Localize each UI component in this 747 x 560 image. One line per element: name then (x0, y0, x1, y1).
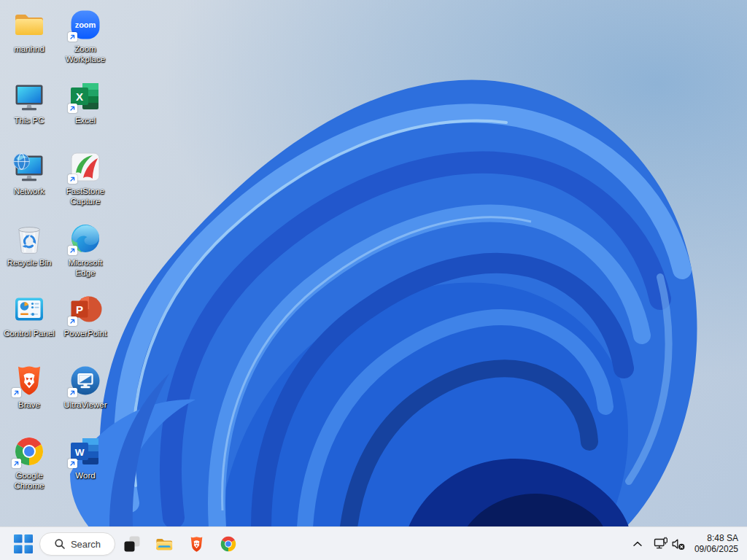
desktop-icon-label: Microsoft Edge (69, 258, 103, 278)
volume-muted-icon (671, 537, 686, 551)
folder-icon (12, 7, 47, 42)
desktop-icon-label: Google Chrome (15, 471, 44, 491)
desktop-icon-manhnd[interactable]: manhnd (1, 7, 58, 77)
shortcut-arrow-icon (68, 174, 77, 184)
svg-text:X: X (76, 90, 83, 103)
tray-network-button[interactable] (652, 534, 670, 554)
brave-taskbar-icon (187, 535, 206, 553)
svg-text:P: P (76, 303, 83, 316)
shortcut-arrow-icon (68, 316, 77, 326)
desktop-icon-label: Zoom Workplace (66, 44, 105, 64)
faststone-icon (68, 149, 103, 184)
file-explorer-button[interactable] (154, 534, 174, 554)
shortcut-arrow-icon (12, 459, 21, 468)
network-icon (12, 149, 47, 184)
desktop-icon-label: Excel (75, 116, 96, 126)
word-icon: W (68, 434, 103, 469)
powerpoint-icon: P (68, 292, 103, 327)
desktop-icon-word[interactable]: W Word (57, 434, 114, 504)
desktop-icon-ultraviewer[interactable]: UltraViewer (57, 363, 114, 433)
search-label: Search (71, 539, 101, 550)
desktop-icon-label: Brave (18, 400, 40, 411)
excel-icon: X (68, 79, 103, 114)
taskbar-search[interactable]: Search (39, 532, 115, 556)
file-explorer-icon (155, 534, 174, 554)
desktop-icon-control-panel[interactable]: Control Panel (1, 292, 58, 362)
network-ethernet-icon (654, 537, 668, 551)
desktop-icon-label: This PC (15, 116, 44, 126)
start-button[interactable] (13, 534, 34, 554)
task-view-button[interactable] (122, 534, 142, 554)
tray-time: 8:48 SA (694, 533, 738, 544)
tray-clock[interactable]: 8:48 SA 09/06/2025 (687, 533, 738, 554)
recycle-bin-icon (12, 221, 47, 256)
desktop-icon-label: Network (14, 187, 44, 197)
shortcut-arrow-icon (68, 246, 77, 255)
desktop-icon-recycle-bin[interactable]: Recycle Bin (1, 221, 58, 291)
task-view-icon (123, 534, 142, 553)
desktop-icon-label: FastStone Capture (66, 187, 104, 206)
desktop-icon-label: PowerPoint (64, 329, 107, 339)
chrome-taskbar-icon (219, 534, 238, 553)
tray-chevron-button[interactable] (629, 534, 646, 554)
desktop-icon-zoom-workplace[interactable]: zoom Zoom Workplace (57, 7, 114, 77)
desktop-icon-label: Word (75, 471, 95, 481)
desktop-icon-google-chrome[interactable]: Google Chrome (1, 434, 58, 504)
desktop-icon-label: UltraViewer (63, 400, 107, 411)
shortcut-arrow-icon (68, 32, 77, 42)
chevron-up-icon (632, 538, 643, 550)
chrome-button[interactable] (218, 534, 239, 554)
ultraviewer-icon (68, 363, 103, 398)
desktop-icon-faststone-capture[interactable]: FastStone Capture (57, 149, 114, 219)
taskbar: Search (0, 526, 747, 560)
shortcut-arrow-icon (68, 104, 77, 113)
brave-icon (12, 363, 47, 398)
desktop-icon-this-pc[interactable]: This PC (1, 79, 58, 149)
shortcut-arrow-icon (68, 459, 77, 468)
desktop-icon-label: manhnd (14, 44, 44, 55)
desktop-icon-network[interactable]: Network (1, 149, 58, 219)
chrome-icon (12, 434, 47, 469)
desktop-icon-powerpoint[interactable]: P PowerPoint (57, 292, 114, 362)
desktop-icon-label: Control Panel (4, 329, 55, 339)
shortcut-arrow-icon (12, 388, 21, 397)
desktop-icon-excel[interactable]: X Excel (57, 79, 114, 149)
search-icon (54, 538, 66, 550)
svg-text:W: W (75, 447, 85, 458)
desktop-icon-brave[interactable]: Brave (1, 363, 58, 433)
desktop-icon-microsoft-edge[interactable]: Microsoft Edge (57, 221, 114, 291)
shortcut-arrow-icon (68, 388, 77, 397)
windows-start-icon (14, 534, 33, 553)
zoom-icon: zoom (68, 7, 103, 42)
control-panel-icon (12, 292, 47, 327)
tray-volume-button[interactable] (670, 534, 687, 554)
windows-desktop: manhnd zoom Zoom Workplace This PC (0, 0, 747, 560)
desktop-icon-label: Recycle Bin (7, 258, 52, 268)
tray-date: 09/06/2025 (694, 544, 738, 555)
svg-text:zoom: zoom (75, 20, 96, 29)
brave-button[interactable] (186, 534, 206, 554)
edge-icon (68, 221, 103, 256)
system-tray: 8:48 SA 09/06/2025 (629, 527, 747, 560)
this-pc-icon (12, 79, 47, 114)
